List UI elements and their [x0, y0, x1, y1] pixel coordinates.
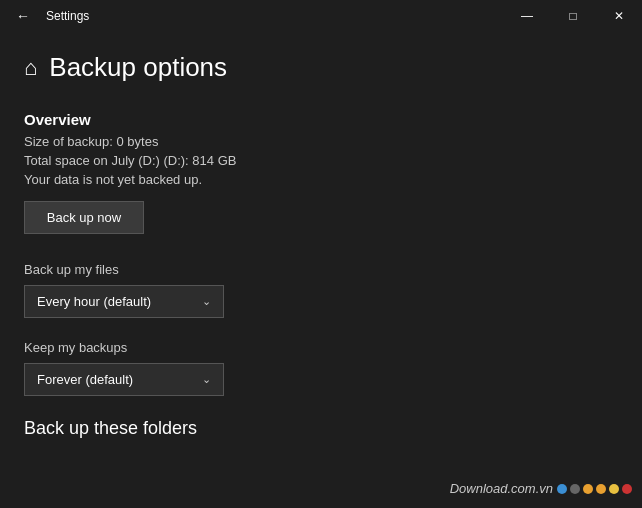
- backup-frequency-dropdown[interactable]: Every hour (default) ⌄: [24, 285, 224, 318]
- keep-backups-arrow-icon: ⌄: [202, 373, 211, 386]
- back-up-now-button[interactable]: Back up now: [24, 201, 144, 234]
- backup-frequency-section: Back up my files Every hour (default) ⌄: [24, 262, 618, 318]
- backup-status: Your data is not yet backed up.: [24, 172, 618, 187]
- watermark-dots: [557, 484, 632, 494]
- dot-4: [596, 484, 606, 494]
- keep-backups-section: Keep my backups Forever (default) ⌄: [24, 340, 618, 396]
- folders-section: Back up these folders: [24, 418, 618, 439]
- dot-5: [609, 484, 619, 494]
- backup-frequency-selected: Every hour (default): [37, 294, 151, 309]
- home-icon: ⌂: [24, 55, 37, 81]
- backup-frequency-label: Back up my files: [24, 262, 618, 277]
- maximize-button[interactable]: □: [550, 0, 596, 32]
- back-arrow-icon[interactable]: ←: [8, 4, 38, 28]
- dot-1: [557, 484, 567, 494]
- total-space: Total space on July (D:) (D:): 814 GB: [24, 153, 618, 168]
- keep-backups-dropdown[interactable]: Forever (default) ⌄: [24, 363, 224, 396]
- watermark-text: Download.com.vn: [450, 481, 553, 496]
- dot-6: [622, 484, 632, 494]
- folders-section-title: Back up these folders: [24, 418, 618, 439]
- overview-title: Overview: [24, 111, 618, 128]
- close-button[interactable]: ✕: [596, 0, 642, 32]
- title-bar-title: Settings: [46, 9, 89, 23]
- dot-2: [570, 484, 580, 494]
- title-bar-controls: — □ ✕: [504, 0, 642, 32]
- title-bar: ← Settings — □ ✕: [0, 0, 642, 32]
- content-area: ⌂ Backup options Overview Size of backup…: [0, 32, 642, 508]
- page-title: Backup options: [49, 52, 227, 83]
- keep-backups-selected: Forever (default): [37, 372, 133, 387]
- backup-frequency-arrow-icon: ⌄: [202, 295, 211, 308]
- keep-backups-label: Keep my backups: [24, 340, 618, 355]
- watermark: Download.com.vn: [450, 481, 632, 496]
- minimize-button[interactable]: —: [504, 0, 550, 32]
- page-header: ⌂ Backup options: [24, 52, 618, 83]
- dot-3: [583, 484, 593, 494]
- size-of-backup: Size of backup: 0 bytes: [24, 134, 618, 149]
- overview-section: Overview Size of backup: 0 bytes Total s…: [24, 111, 618, 262]
- title-bar-left: ← Settings: [8, 4, 89, 28]
